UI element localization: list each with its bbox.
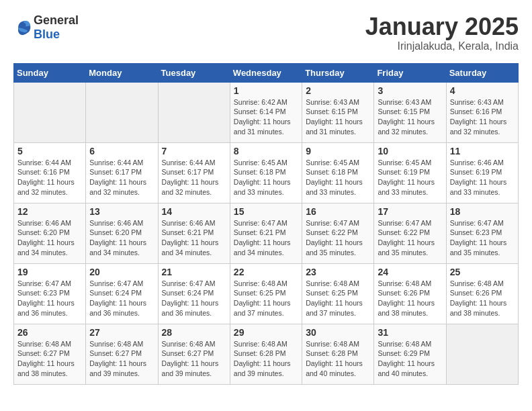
day-number: 7 [162, 146, 226, 156]
week-row: 5Sunrise: 6:44 AM Sunset: 6:16 PM Daylig… [14, 142, 519, 203]
logo-icon [13, 18, 32, 37]
day-number: 2 [306, 85, 370, 96]
logo: General Blue [13, 13, 79, 42]
day-info: Sunrise: 6:46 AM Sunset: 6:21 PM Dayligh… [162, 218, 226, 258]
day-number: 31 [378, 327, 442, 338]
day-number: 29 [234, 327, 298, 338]
day-number: 30 [306, 327, 370, 338]
table-row [14, 82, 86, 142]
col-sunday: Sunday [14, 63, 86, 82]
day-info: Sunrise: 6:47 AM Sunset: 6:23 PM Dayligh… [17, 279, 82, 318]
day-number: 22 [234, 267, 298, 277]
table-row [158, 82, 230, 142]
day-info: Sunrise: 6:48 AM Sunset: 6:26 PM Dayligh… [450, 279, 515, 318]
day-number: 9 [306, 146, 370, 156]
header-row: Sunday Monday Tuesday Wednesday Thursday… [14, 63, 519, 82]
table-row: 17Sunrise: 6:47 AM Sunset: 6:22 PM Dayli… [374, 203, 446, 263]
day-info: Sunrise: 6:47 AM Sunset: 6:21 PM Dayligh… [234, 218, 298, 258]
table-row: 23Sunrise: 6:48 AM Sunset: 6:25 PM Dayli… [302, 263, 374, 324]
day-info: Sunrise: 6:43 AM Sunset: 6:15 PM Dayligh… [378, 97, 442, 137]
col-thursday: Thursday [302, 63, 374, 82]
day-info: Sunrise: 6:46 AM Sunset: 6:20 PM Dayligh… [89, 218, 154, 258]
table-row: 5Sunrise: 6:44 AM Sunset: 6:16 PM Daylig… [14, 142, 86, 203]
day-info: Sunrise: 6:48 AM Sunset: 6:26 PM Dayligh… [378, 279, 442, 318]
week-row: 12Sunrise: 6:46 AM Sunset: 6:20 PM Dayli… [14, 203, 519, 263]
table-row: 29Sunrise: 6:48 AM Sunset: 6:28 PM Dayli… [230, 324, 302, 384]
page-header: General Blue January 2025 Irinjalakuda, … [13, 13, 519, 52]
day-info: Sunrise: 6:44 AM Sunset: 6:16 PM Dayligh… [17, 158, 82, 197]
week-row: 1Sunrise: 6:42 AM Sunset: 6:14 PM Daylig… [14, 82, 519, 142]
day-info: Sunrise: 6:47 AM Sunset: 6:23 PM Dayligh… [450, 218, 515, 258]
day-number: 4 [450, 85, 515, 96]
day-info: Sunrise: 6:43 AM Sunset: 6:16 PM Dayligh… [450, 97, 515, 137]
table-row: 4Sunrise: 6:43 AM Sunset: 6:16 PM Daylig… [446, 82, 518, 142]
calendar-body: 1Sunrise: 6:42 AM Sunset: 6:14 PM Daylig… [14, 82, 519, 384]
day-info: Sunrise: 6:48 AM Sunset: 6:27 PM Dayligh… [89, 339, 154, 379]
day-info: Sunrise: 6:46 AM Sunset: 6:20 PM Dayligh… [17, 218, 82, 258]
day-info: Sunrise: 6:47 AM Sunset: 6:22 PM Dayligh… [306, 218, 370, 258]
table-row: 24Sunrise: 6:48 AM Sunset: 6:26 PM Dayli… [374, 263, 446, 324]
table-row: 20Sunrise: 6:47 AM Sunset: 6:24 PM Dayli… [86, 263, 158, 324]
day-number: 12 [17, 206, 82, 217]
table-row: 21Sunrise: 6:47 AM Sunset: 6:24 PM Dayli… [158, 263, 230, 324]
day-info: Sunrise: 6:48 AM Sunset: 6:25 PM Dayligh… [306, 279, 370, 318]
day-number: 1 [234, 85, 298, 96]
day-info: Sunrise: 6:46 AM Sunset: 6:19 PM Dayligh… [450, 158, 515, 197]
table-row: 3Sunrise: 6:43 AM Sunset: 6:15 PM Daylig… [374, 82, 446, 142]
col-wednesday: Wednesday [230, 63, 302, 82]
day-number: 16 [306, 206, 370, 217]
day-number: 14 [162, 206, 226, 217]
table-row: 13Sunrise: 6:46 AM Sunset: 6:20 PM Dayli… [86, 203, 158, 263]
table-row: 27Sunrise: 6:48 AM Sunset: 6:27 PM Dayli… [86, 324, 158, 384]
day-info: Sunrise: 6:47 AM Sunset: 6:24 PM Dayligh… [162, 279, 226, 318]
day-info: Sunrise: 6:45 AM Sunset: 6:18 PM Dayligh… [306, 158, 370, 197]
table-row: 19Sunrise: 6:47 AM Sunset: 6:23 PM Dayli… [14, 263, 86, 324]
day-info: Sunrise: 6:45 AM Sunset: 6:19 PM Dayligh… [378, 158, 442, 197]
table-row: 30Sunrise: 6:48 AM Sunset: 6:28 PM Dayli… [302, 324, 374, 384]
table-row: 9Sunrise: 6:45 AM Sunset: 6:18 PM Daylig… [302, 142, 374, 203]
table-row: 8Sunrise: 6:45 AM Sunset: 6:18 PM Daylig… [230, 142, 302, 203]
day-info: Sunrise: 6:48 AM Sunset: 6:25 PM Dayligh… [234, 279, 298, 318]
calendar-subtitle: Irinjalakuda, Kerala, India [365, 40, 519, 52]
day-number: 23 [306, 267, 370, 277]
day-info: Sunrise: 6:48 AM Sunset: 6:27 PM Dayligh… [162, 339, 226, 379]
day-number: 13 [89, 206, 154, 217]
day-number: 3 [378, 85, 442, 96]
table-row: 31Sunrise: 6:48 AM Sunset: 6:29 PM Dayli… [374, 324, 446, 384]
table-row: 28Sunrise: 6:48 AM Sunset: 6:27 PM Dayli… [158, 324, 230, 384]
col-saturday: Saturday [446, 63, 518, 82]
day-info: Sunrise: 6:44 AM Sunset: 6:17 PM Dayligh… [89, 158, 154, 197]
table-row: 2Sunrise: 6:43 AM Sunset: 6:15 PM Daylig… [302, 82, 374, 142]
day-info: Sunrise: 6:48 AM Sunset: 6:27 PM Dayligh… [17, 339, 82, 379]
table-row: 11Sunrise: 6:46 AM Sunset: 6:19 PM Dayli… [446, 142, 518, 203]
col-monday: Monday [86, 63, 158, 82]
day-number: 11 [450, 146, 515, 156]
day-number: 10 [378, 146, 442, 156]
day-info: Sunrise: 6:47 AM Sunset: 6:22 PM Dayligh… [378, 218, 442, 258]
table-row: 15Sunrise: 6:47 AM Sunset: 6:21 PM Dayli… [230, 203, 302, 263]
day-number: 26 [17, 327, 82, 338]
table-row: 18Sunrise: 6:47 AM Sunset: 6:23 PM Dayli… [446, 203, 518, 263]
table-row: 26Sunrise: 6:48 AM Sunset: 6:27 PM Dayli… [14, 324, 86, 384]
logo-blue-text: Blue [34, 28, 60, 41]
day-info: Sunrise: 6:44 AM Sunset: 6:17 PM Dayligh… [162, 158, 226, 197]
day-number: 27 [89, 327, 154, 338]
day-info: Sunrise: 6:47 AM Sunset: 6:24 PM Dayligh… [89, 279, 154, 318]
table-row: 12Sunrise: 6:46 AM Sunset: 6:20 PM Dayli… [14, 203, 86, 263]
col-tuesday: Tuesday [158, 63, 230, 82]
table-row: 22Sunrise: 6:48 AM Sunset: 6:25 PM Dayli… [230, 263, 302, 324]
table-row: 6Sunrise: 6:44 AM Sunset: 6:17 PM Daylig… [86, 142, 158, 203]
calendar-title: January 2025 [365, 13, 519, 40]
day-number: 18 [450, 206, 515, 217]
table-row: 1Sunrise: 6:42 AM Sunset: 6:14 PM Daylig… [230, 82, 302, 142]
table-row: 7Sunrise: 6:44 AM Sunset: 6:17 PM Daylig… [158, 142, 230, 203]
col-friday: Friday [374, 63, 446, 82]
table-row: 10Sunrise: 6:45 AM Sunset: 6:19 PM Dayli… [374, 142, 446, 203]
day-number: 28 [162, 327, 226, 338]
table-row: 16Sunrise: 6:47 AM Sunset: 6:22 PM Dayli… [302, 203, 374, 263]
day-info: Sunrise: 6:45 AM Sunset: 6:18 PM Dayligh… [234, 158, 298, 197]
day-number: 8 [234, 146, 298, 156]
day-number: 24 [378, 267, 442, 277]
title-block: January 2025 Irinjalakuda, Kerala, India [365, 13, 519, 52]
day-number: 15 [234, 206, 298, 217]
